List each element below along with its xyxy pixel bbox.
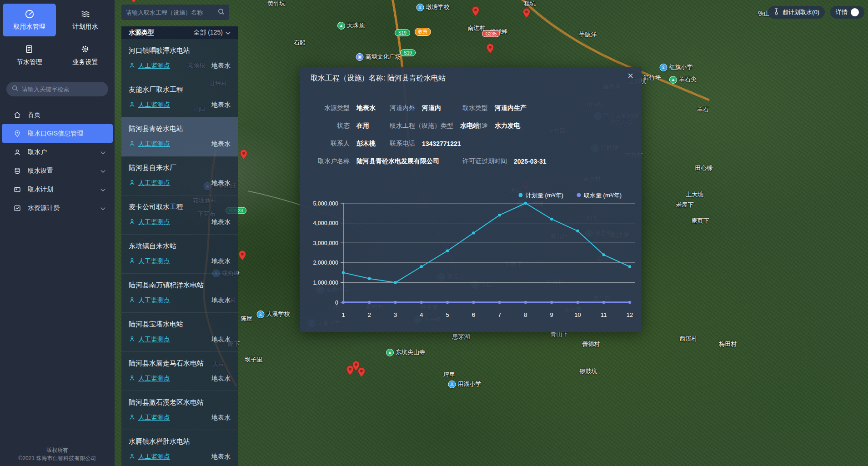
sidebar-item-2[interactable]: 取水户: [2, 143, 113, 161]
station-list-item[interactable]: 陆河县宝塔水电站人工监测点地表水: [121, 313, 238, 352]
detail-field: 河道内外河道内: [390, 99, 441, 117]
sidebar-item-1[interactable]: 取水口GIS信息管理: [2, 124, 113, 143]
source-type-filter[interactable]: 全部 (125): [193, 29, 231, 37]
detail-toggle-pill[interactable]: 详情: [830, 6, 864, 19]
building-marker-icon[interactable]: ▣: [356, 53, 364, 61]
station-list-item[interactable]: 陆河县自来水厂人工监测点地表水: [121, 156, 238, 195]
poi-marker-icon[interactable]: ▲: [386, 349, 394, 356]
location-pin-icon: [14, 130, 21, 137]
place-name: 石船: [294, 39, 306, 47]
database-icon: [14, 167, 21, 175]
station-list-item[interactable]: 麦卡公司取水工程人工监测点地表水: [121, 195, 238, 235]
search-icon[interactable]: [218, 8, 225, 17]
map-place-label: 善德村: [582, 340, 600, 348]
station-search[interactable]: [121, 5, 229, 20]
place-name: 锣鼓坑: [580, 367, 597, 376]
red-pin-icon[interactable]: [523, 8, 531, 20]
detail-fields: 水源类型地表水河道内外河道内取水类型河道内生产状态在用取水工程（设施）类型水电站…: [311, 99, 631, 170]
school-marker-icon[interactable]: 文: [416, 4, 424, 11]
school-marker-icon[interactable]: 文: [660, 64, 667, 71]
user-icon: [14, 149, 21, 156]
place-name: 梅田村: [719, 340, 737, 348]
red-pin-icon[interactable]: [472, 6, 480, 18]
svg-text:3: 3: [394, 311, 397, 318]
poi-marker-icon[interactable]: ▲: [337, 22, 345, 30]
monitor-type: 人工监测点: [129, 179, 170, 187]
station-search-input[interactable]: [126, 9, 218, 16]
red-pin-icon[interactable]: [487, 43, 494, 55]
overplan-alert-pill[interactable]: 超计划取水(0): [768, 6, 825, 19]
field-label: 河道内外: [390, 104, 415, 112]
app-tile-0[interactable]: 取用水管理: [3, 4, 56, 36]
detail-field: 取水类型河道内生产: [462, 99, 527, 117]
station-list-item[interactable]: 水唇镇水栏肚水电站人工监测点地表水: [121, 430, 238, 466]
sidebar-item-5[interactable]: 水资源计费: [2, 199, 113, 217]
field-label: 水源类型: [311, 104, 350, 112]
poi-marker-icon[interactable]: ▲: [669, 76, 677, 84]
water-source-type: 地表水: [211, 179, 231, 187]
field-value: 陆河县青砼水电发展有限公司: [356, 157, 439, 165]
map-place-label: 文大溪学校: [257, 310, 290, 318]
station-list-item[interactable]: 陆河县激石溪老区水电站人工监测点地表水: [121, 391, 238, 430]
water-source-type: 地表水: [211, 257, 231, 266]
close-icon[interactable]: ×: [627, 71, 633, 81]
sidebar-item-0[interactable]: 首页: [2, 105, 113, 124]
field-label: 取水用途: [462, 122, 488, 130]
water-source-type: 地表水: [211, 101, 231, 109]
place-name: 坝子里: [245, 356, 263, 364]
red-pin-icon[interactable]: [240, 149, 248, 161]
svg-text:9: 9: [550, 311, 553, 318]
school-marker-icon[interactable]: 文: [257, 311, 265, 318]
station-list-item[interactable]: 友能水厂取水工程人工监测点地表水: [121, 78, 238, 117]
app-tile-2[interactable]: 节水管理: [3, 39, 56, 72]
station-list-item[interactable]: 东坑镇自来水站人工监测点地表水: [121, 235, 238, 274]
station-name: 陆河县自来水厂: [129, 164, 231, 172]
station-list-item[interactable]: 陆河县南万镇杞洋水电站人工监测点地表水: [121, 274, 238, 313]
detail-field: 状态在用: [311, 117, 369, 135]
field-value: 13432771221: [422, 140, 461, 147]
person-icon: [129, 257, 135, 266]
sidebar-item-3[interactable]: 取水设置: [2, 161, 113, 180]
app-tile-3[interactable]: 业务设置: [59, 39, 112, 72]
station-name: 陆河县激石溪老区水电站: [129, 398, 231, 407]
svg-text:5,000,000: 5,000,000: [313, 200, 338, 207]
field-value: 2025-03-31: [514, 158, 547, 165]
place-name: 坪里: [443, 371, 455, 379]
app-tile-label: 计划用水: [73, 23, 98, 31]
detail-toggle[interactable]: [851, 8, 859, 16]
sidebar-item-label: 取水设置: [28, 167, 53, 175]
water-source-type: 地表水: [211, 296, 231, 305]
place-name: 黄竹坑: [268, 0, 286, 8]
red-pin-icon[interactable]: [358, 367, 366, 379]
place-name: 西溪村: [680, 335, 697, 343]
place-name: 善德村: [582, 340, 600, 348]
place-name: 墩塘学校: [426, 3, 450, 11]
station-list-item[interactable]: 陆河县水唇走马石水电站人工监测点地表水: [121, 352, 238, 391]
gear-icon: [80, 45, 90, 55]
water-source-type: 地表水: [211, 453, 231, 461]
sidebar-item-label: 首页: [28, 111, 40, 119]
app-root: 黄竹坑▲天珠顶文墩塘学校粗坑南进村挨垅蜂芋陂洋铁山石船▣高塘文化广场龙颈根甘坪村…: [0, 0, 868, 466]
svg-text:2,000,000: 2,000,000: [313, 260, 338, 266]
detail-field-row: 水源类型地表水河道内外河道内取水类型河道内生产: [311, 99, 631, 117]
app-tile-1[interactable]: 计划用水: [59, 4, 112, 36]
copyright: 版权所有 ©2021 珠海市仁智科技有限公司: [0, 446, 115, 462]
detail-field-row: 联系人彭木桃联系电话13432771221: [311, 135, 631, 152]
copyright-line2: ©2021 珠海市仁智科技有限公司: [0, 454, 115, 462]
station-list-item[interactable]: 河口镇唱歌潭水电站人工监测点地表水: [121, 39, 238, 78]
chevron-down-icon: [100, 149, 105, 156]
sidebar-search-input[interactable]: [22, 86, 103, 93]
field-label: 取水工程（设施）类型: [390, 122, 453, 130]
school-marker-icon[interactable]: 文: [448, 381, 456, 388]
red-pin-icon[interactable]: [239, 250, 246, 262]
map-place-label: 芋陂洋: [579, 30, 597, 39]
map-place-label: 黄竹坑: [268, 0, 286, 8]
billing-chart-icon: [14, 205, 21, 212]
svg-text:12: 12: [627, 311, 633, 318]
sidebar-item-4[interactable]: 取水计划: [2, 180, 113, 199]
svg-text:计划量 (m³/年): 计划量 (m³/年): [526, 192, 563, 199]
station-list-item[interactable]: 陆河县青砼水电站人工监测点地表水: [121, 117, 238, 156]
place-name: 大溪学校: [266, 310, 290, 318]
sidebar-search[interactable]: [6, 82, 108, 96]
map-place-label: 坝子里: [245, 356, 263, 364]
